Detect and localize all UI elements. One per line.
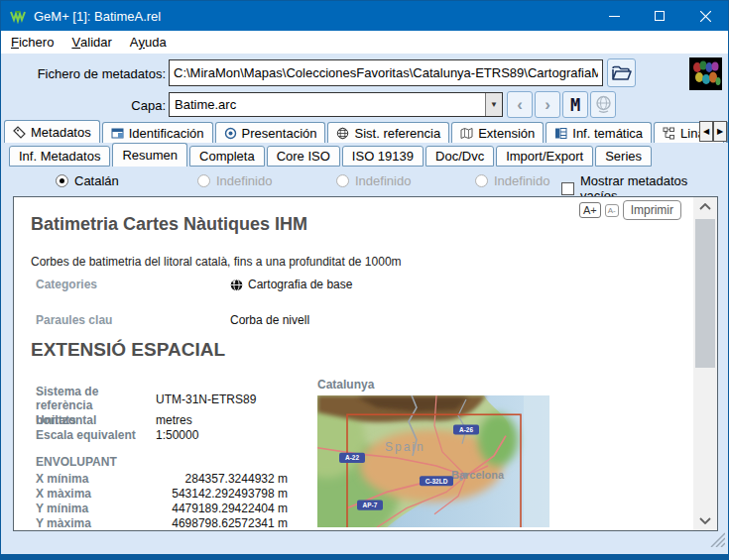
globe-icon <box>594 95 613 114</box>
subtab-resumen[interactable]: Resumen <box>112 143 187 167</box>
language-bar: Catalán Indefinido Indefinido Indefinido… <box>1 169 728 195</box>
resize-grip[interactable] <box>709 531 725 551</box>
x-min-value: 284357.3244932 m <box>123 472 288 486</box>
ref-system-value: UTM-31N-ETRS89 <box>156 392 256 406</box>
road-badge: A-22 <box>339 453 365 463</box>
x-max-label: X màxima <box>36 487 91 501</box>
prev-layer-button[interactable]: ‹ <box>507 91 533 118</box>
radio-indefinido-3: Indefinido <box>475 173 549 188</box>
globe-button[interactable] <box>590 91 616 118</box>
svg-text:A-22: A-22 <box>345 454 359 461</box>
minimize-button[interactable] <box>591 1 637 31</box>
subtab-core-iso[interactable]: Core ISO <box>267 146 340 167</box>
map-icon <box>460 127 473 140</box>
map-country-label: Spain <box>385 440 425 454</box>
categories-label: Categories <box>36 278 97 291</box>
document-title: Batimetria Cartes Nàutiques IHM <box>31 214 307 235</box>
units-label: Unitats <box>36 413 157 427</box>
miramon-logo <box>689 57 722 90</box>
road-badge: A-26 <box>453 424 479 434</box>
svg-text:C-32LD: C-32LD <box>425 478 448 485</box>
checkbox-icon <box>561 182 574 195</box>
sub-tab-strip: Inf. Metadatos Resumen Completa Core ISO… <box>9 143 654 167</box>
app-icon <box>10 8 26 24</box>
metadata-file-input[interactable] <box>169 59 603 86</box>
tab-scroll-arrows: ◀ ▶ <box>699 121 727 142</box>
radio-icon <box>56 174 68 187</box>
subtab-import-export[interactable]: Import/Export <box>496 146 593 167</box>
map-title: Catalunya <box>317 378 374 392</box>
layer-combobox[interactable]: Batime.arc ▼ <box>169 92 503 117</box>
menu-bar: Fichero Validar Ayuda <box>1 31 728 54</box>
subtab-inf-metadatos[interactable]: Inf. Metadatos <box>9 146 110 167</box>
tab-sist-referencia[interactable]: Sist. referencia <box>327 122 449 143</box>
subtab-doc-dvc[interactable]: Doc/Dvc <box>425 146 494 167</box>
font-decrease-button[interactable]: A- <box>605 204 619 217</box>
layer-label: Capa: <box>61 98 166 113</box>
envelope-title: ENVOLUPANT <box>36 455 117 469</box>
hierarchy-icon <box>663 127 675 140</box>
svg-text:AP-7: AP-7 <box>363 502 378 508</box>
subtab-iso-19139[interactable]: ISO 19139 <box>342 146 424 167</box>
maximize-button[interactable] <box>637 1 682 31</box>
radio-indefinido-2: Indefinido <box>336 173 411 188</box>
subtab-completa[interactable]: Completa <box>189 146 265 167</box>
chart-icon <box>554 127 567 140</box>
font-increase-button[interactable]: A+ <box>579 202 601 218</box>
window-bottom-border <box>1 554 728 559</box>
metadata-summary-panel: A+ A- Imprimir Batimetria Cartes Nàutiqu… <box>13 196 718 531</box>
menu-fichero[interactable]: Fichero <box>1 31 62 54</box>
y-max-value: 4698798.62572341 m <box>123 516 288 530</box>
radio-indefinido-1: Indefinido <box>197 173 272 188</box>
extent-map: Spain Barcelona A-26 A-22 C-32LD AP-7 <box>317 395 549 527</box>
keywords-label: Paraules clau <box>36 313 112 327</box>
document-description: Corbes de batimetria del litoral català,… <box>31 255 402 269</box>
radio-icon <box>197 174 210 187</box>
units-value: metres <box>156 413 192 427</box>
x-max-value: 543142.292493798 m <box>123 487 288 501</box>
open-folder-icon <box>612 65 632 81</box>
section-title: EXTENSIÓ ESPACIAL <box>31 339 225 361</box>
tab-presentacion[interactable]: Presentación <box>215 122 326 143</box>
map-city-label: Barcelona <box>451 469 505 481</box>
radio-icon <box>336 174 349 187</box>
radio-icon <box>475 174 488 187</box>
y-min-value: 4479189.29422404 m <box>123 502 288 515</box>
tab-identificacion[interactable]: Identificación <box>102 122 213 143</box>
scale-value: 1:50000 <box>156 428 198 442</box>
scroll-up-icon[interactable] <box>693 197 717 216</box>
y-max-label: Y màxima <box>36 516 91 530</box>
main-tab-strip: Metadatos Identificación Presentación <box>4 120 701 143</box>
next-layer-button[interactable]: › <box>535 91 560 118</box>
road-badge: AP-7 <box>357 501 383 510</box>
tab-scroll-right-icon[interactable]: ▶ <box>713 121 727 142</box>
tag-icon <box>13 126 26 139</box>
metadata-file-label: Fichero de metadatos: <box>11 66 166 81</box>
globe-grid-icon <box>336 127 349 140</box>
window-title: GeM+ [1]: BatimeA.rel <box>34 9 161 24</box>
miramon-button[interactable]: M <box>562 91 588 118</box>
tab-extension[interactable]: Extensión <box>451 122 544 143</box>
keywords-value: Corba de nivell <box>230 313 309 327</box>
globe-category-icon <box>230 279 243 291</box>
gem-window: GeM+ [1]: BatimeA.rel Fichero Validar Ay… <box>0 0 729 560</box>
tab-inf-tematica[interactable]: Inf. temática <box>546 122 652 143</box>
chevron-down-icon[interactable]: ▼ <box>485 93 502 116</box>
table-icon <box>111 127 124 140</box>
menu-validar[interactable]: Validar <box>62 31 120 54</box>
radio-catalan[interactable]: Catalán <box>56 173 119 188</box>
vertical-scrollbar[interactable] <box>693 197 717 530</box>
menu-ayuda[interactable]: Ayuda <box>121 31 176 54</box>
title-bar[interactable]: GeM+ [1]: BatimeA.rel <box>1 1 728 31</box>
close-button[interactable] <box>682 1 728 31</box>
y-min-label: Y mínima <box>36 502 88 515</box>
open-file-button[interactable] <box>607 58 636 87</box>
tab-metadatos[interactable]: Metadatos <box>4 120 100 143</box>
scroll-down-icon[interactable] <box>693 511 717 530</box>
scale-label: Escala equivalent <box>36 428 157 442</box>
scrollbar-thumb[interactable] <box>695 219 715 368</box>
print-button[interactable]: Imprimir <box>623 200 681 220</box>
categories-value: Cartografia de base <box>230 278 352 291</box>
tab-scroll-left-icon[interactable]: ◀ <box>699 121 713 142</box>
subtab-series[interactable]: Series <box>595 146 652 167</box>
